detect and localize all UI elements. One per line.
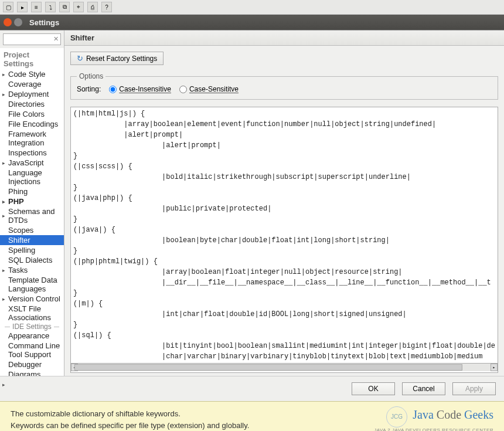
- toolbar-icon[interactable]: ▸: [17, 2, 28, 12]
- settings-panel: Shifter ↻ Reset Factory Settings Options…: [64, 30, 504, 376]
- dictionary-text[interactable]: (|htm|html|js|) { |array|boolean|element…: [71, 107, 498, 363]
- radio-case-insensitive-input[interactable]: [109, 86, 117, 93]
- tree-item-scopes[interactable]: Scopes: [0, 225, 64, 235]
- options-legend: Options: [77, 72, 105, 80]
- dialog-button-row: OK Cancel Apply: [0, 376, 504, 401]
- radio-case-sensitive[interactable]: Case-Sensititve: [179, 85, 239, 93]
- cancel-button[interactable]: Cancel: [402, 382, 445, 395]
- settings-tree-column: ✕ Project SettingsCode StyleCoverageDepl…: [0, 30, 64, 376]
- caption-footer: The customizable dictionary of shiftable…: [0, 401, 504, 431]
- minimize-window-button[interactable]: [14, 18, 22, 26]
- caption-line1: The customizable dictionary of shiftable…: [11, 408, 249, 420]
- scroll-right-arrow[interactable]: ▸: [491, 364, 498, 371]
- dictionary-editor[interactable]: (|htm|html|js|) { |array|boolean|element…: [70, 107, 498, 373]
- tree-item-deployment[interactable]: Deployment: [0, 89, 64, 99]
- tree-item-shifter[interactable]: Shifter: [0, 235, 64, 245]
- search-input[interactable]: [3, 33, 61, 45]
- toolbar-icon[interactable]: ⎙: [87, 2, 98, 12]
- reset-icon: ↻: [77, 54, 83, 63]
- tree-item-coverage[interactable]: Coverage: [0, 79, 64, 89]
- window-title: Settings: [29, 18, 59, 27]
- toolbar-icon[interactable]: ⤵: [45, 2, 56, 12]
- search-row: ✕: [0, 30, 64, 48]
- radio-case-sensitive-input[interactable]: [179, 86, 187, 93]
- ok-button[interactable]: OK: [352, 382, 395, 395]
- tree-item-file-encodings[interactable]: File Encodings: [0, 119, 64, 129]
- tree-item-javascript[interactable]: JavaScript: [0, 158, 64, 168]
- toolbar-icon[interactable]: ≡: [31, 2, 42, 12]
- sorting-label: Sorting:: [77, 85, 101, 93]
- jcg-logo-text: Java Code Geeks: [413, 408, 493, 421]
- radio-case-insensitive[interactable]: Case-Insensitive: [109, 85, 171, 93]
- caption-text: The customizable dictionary of shiftable…: [11, 408, 249, 431]
- tree-item-php[interactable]: PHP: [0, 196, 64, 206]
- tree-item-sql-dialects[interactable]: SQL Dialects: [0, 255, 64, 265]
- jcg-logo-subtitle: JAVA 2 JAVA DEVELOPERS RESOURCE CENTER: [374, 427, 493, 431]
- reset-label: Reset Factory Settings: [86, 55, 157, 63]
- caption-line2: Keywords can be defined specific per fil…: [11, 420, 249, 432]
- tree-item-file-colors[interactable]: File Colors: [0, 109, 64, 119]
- close-window-button[interactable]: [4, 18, 12, 26]
- tree-item-spelling[interactable]: Spelling: [0, 245, 64, 255]
- options-group: Options Sorting: Case-Insensitive Case-S…: [70, 72, 498, 100]
- reset-factory-button[interactable]: ↻ Reset Factory Settings: [70, 52, 164, 65]
- tree-item-framework-integration[interactable]: Framework Integration: [0, 129, 64, 148]
- toolbar-icon[interactable]: ⧉: [59, 2, 70, 12]
- tree-item-schemas-and-dtds[interactable]: Schemas and DTDs: [0, 206, 64, 225]
- panel-content: ↻ Reset Factory Settings Options Sorting…: [64, 46, 504, 376]
- apply-button[interactable]: Apply: [452, 382, 496, 395]
- tree-item-phing[interactable]: Phing: [0, 186, 64, 196]
- clear-search-icon[interactable]: ✕: [53, 35, 59, 43]
- tree-item-command-line-tool-support[interactable]: Command Line Tool Support: [0, 341, 64, 359]
- tree-item-diagrams[interactable]: Diagrams: [0, 369, 64, 376]
- tree-item-debugger[interactable]: Debugger: [0, 359, 64, 369]
- tree-item-inspections[interactable]: Inspections: [0, 148, 64, 158]
- toolbar-icon[interactable]: ?: [101, 2, 112, 12]
- tree-item-xslt-file-associations[interactable]: XSLT File Associations: [0, 304, 64, 323]
- jcg-badge: JCG: [386, 406, 407, 427]
- tree-section-header: Project Settings: [0, 49, 64, 69]
- titlebar: Settings: [0, 15, 504, 30]
- tree-section-divider: IDE Settings: [0, 323, 64, 331]
- tree-item-code-style[interactable]: Code Style: [0, 69, 64, 79]
- tree-item-version-control[interactable]: Version Control: [0, 294, 64, 304]
- settings-tree[interactable]: Project SettingsCode StyleCoverageDeploy…: [0, 48, 64, 376]
- horizontal-scrollbar[interactable]: ◂ ▸: [71, 363, 498, 371]
- tree-item-language-injections[interactable]: Language Injections: [0, 168, 64, 186]
- scroll-thumb[interactable]: [74, 364, 462, 371]
- settings-body: ✕ Project SettingsCode StyleCoverageDepl…: [0, 30, 504, 376]
- jcg-logo: JCG Java Code Geeks JAVA 2 JAVA DEVELOPE…: [374, 406, 493, 431]
- toolbar-icon[interactable]: ⌖: [73, 2, 84, 12]
- toolbar-icon[interactable]: ▢: [3, 2, 13, 12]
- app-toolbar: ▢ ▸ ≡ ⤵ ⧉ ⌖ ⎙ ?: [0, 0, 504, 15]
- tree-item-template-data-languages[interactable]: Template Data Languages: [0, 275, 64, 294]
- tree-item-tasks[interactable]: Tasks: [0, 265, 64, 275]
- tree-item-directories[interactable]: Directories: [0, 99, 64, 109]
- panel-title: Shifter: [64, 30, 504, 46]
- tree-item-appearance[interactable]: Appearance: [0, 331, 64, 341]
